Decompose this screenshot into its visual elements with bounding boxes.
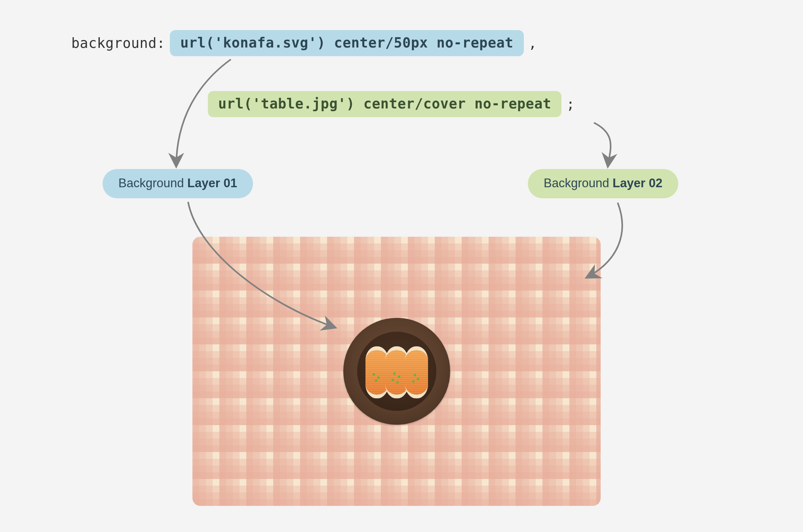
preview-tablecloth (192, 237, 601, 506)
code-line-2: url('table.jpg') center/cover no-repeat … (208, 91, 575, 117)
code-value-layer-2: url('table.jpg') center/cover no-repeat (208, 91, 561, 117)
label-layer-1-prefix: Background (118, 176, 187, 190)
code-value-layer-1: url('konafa.svg') center/50px no-repeat (170, 30, 523, 56)
diagram-stage: background: url('konafa.svg') center/50p… (0, 0, 803, 532)
label-layer-1: Background Layer 01 (103, 169, 253, 198)
label-layer-2-prefix: Background (544, 176, 613, 190)
arrow-icon (594, 123, 611, 167)
label-layer-2-bold: Layer 02 (613, 176, 662, 190)
konafa-icon (343, 318, 450, 425)
label-layer-1-bold: Layer 01 (187, 176, 237, 190)
code-line-1: background: url('konafa.svg') center/50p… (71, 30, 537, 56)
code-trailing-semicolon: ; (566, 96, 575, 112)
css-property-name: background: (71, 35, 165, 51)
label-layer-2: Background Layer 02 (528, 169, 678, 198)
code-trailing-comma: , (529, 35, 537, 51)
